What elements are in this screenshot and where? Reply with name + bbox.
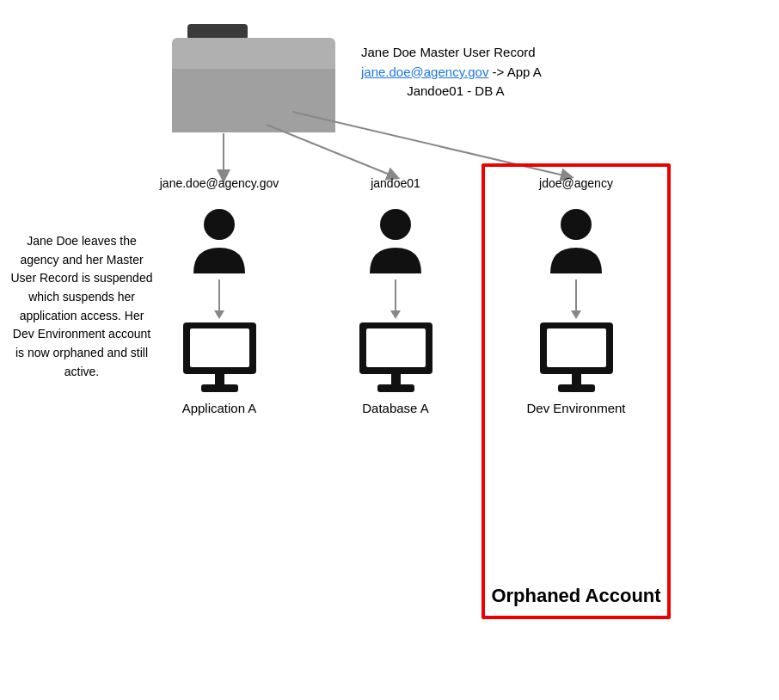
column-1: jane.doe@agency.gov Application A [133, 176, 305, 415]
column-3: jdoe@agency Dev Environment [490, 176, 662, 415]
folder-label-area: Jane Doe Master User Record jane.doe@age… [361, 26, 542, 101]
person-icon-1 [185, 200, 254, 278]
svg-rect-11 [215, 374, 224, 384]
col2-username: jandoe01 [371, 176, 420, 190]
svg-point-13 [380, 209, 411, 240]
col3-username: jdoe@agency [539, 176, 613, 190]
col1-app-label: Application A [182, 401, 257, 415]
arrow-down-2 [387, 278, 404, 321]
svg-point-6 [204, 209, 235, 240]
master-record-email: jane.doe@agency.gov -> App A [361, 63, 542, 83]
svg-rect-18 [391, 374, 401, 384]
svg-rect-12 [201, 384, 238, 392]
monitor-icon-1 [179, 321, 261, 394]
svg-marker-15 [390, 310, 401, 319]
svg-rect-1 [172, 38, 335, 132]
person-icon-2 [361, 200, 430, 278]
monitor-icon-3 [536, 321, 617, 394]
column-2: jandoe01 Database A [310, 176, 482, 415]
master-record-db: Jandoe01 - DB A [370, 82, 542, 101]
orphaned-account-label: Orphaned Account [485, 585, 667, 607]
col1-username: jane.doe@agency.gov [160, 176, 279, 190]
diagram-container: Jane Doe Master User Record jane.doe@age… [0, 0, 779, 700]
svg-rect-17 [366, 329, 426, 367]
svg-marker-22 [571, 310, 581, 319]
col2-app-label: Database A [362, 401, 429, 415]
col3-app-label: Dev Environment [526, 401, 625, 415]
svg-line-4 [267, 125, 394, 176]
arrow-down-1 [211, 278, 228, 321]
svg-rect-19 [377, 384, 414, 392]
svg-point-20 [561, 209, 592, 240]
monitor-icon-2 [355, 321, 437, 394]
arrow-down-3 [567, 278, 585, 321]
person-icon-3 [542, 200, 610, 278]
svg-rect-24 [547, 329, 606, 367]
svg-rect-10 [190, 329, 249, 367]
master-record-title: Jane Doe Master User Record [361, 43, 542, 63]
email-suffix: -> App A [488, 64, 541, 79]
svg-marker-8 [214, 310, 224, 319]
svg-rect-26 [558, 384, 595, 392]
svg-rect-2 [172, 69, 335, 132]
svg-rect-0 [187, 24, 248, 40]
svg-rect-25 [572, 374, 581, 384]
email-link[interactable]: jane.doe@agency.gov [361, 64, 488, 79]
